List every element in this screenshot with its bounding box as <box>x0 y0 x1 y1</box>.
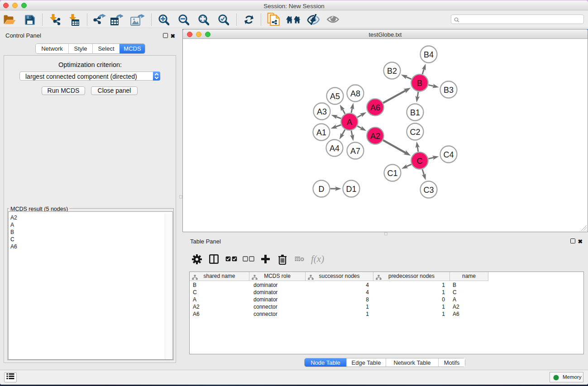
svg-text:B4: B4 <box>424 50 434 59</box>
svg-text:B: B <box>417 79 422 88</box>
svg-text:B1: B1 <box>410 108 420 117</box>
svg-text:C1: C1 <box>387 169 397 178</box>
svg-text:A: A <box>347 118 352 127</box>
svg-text:C3: C3 <box>423 186 434 195</box>
svg-text:A7: A7 <box>350 147 360 156</box>
svg-text:A5: A5 <box>330 92 340 101</box>
svg-text:D1: D1 <box>346 185 356 194</box>
svg-text:C: C <box>417 157 423 166</box>
svg-text:A1: A1 <box>316 128 326 137</box>
svg-text:A2: A2 <box>370 132 380 141</box>
svg-text:B3: B3 <box>444 86 454 95</box>
svg-text:B2: B2 <box>387 67 397 76</box>
svg-text:A3: A3 <box>317 107 327 116</box>
svg-text:C4: C4 <box>443 150 454 159</box>
svg-text:D: D <box>319 185 325 194</box>
svg-text:A6: A6 <box>370 103 380 112</box>
svg-text:C2: C2 <box>410 128 420 137</box>
svg-text:A4: A4 <box>330 144 339 153</box>
svg-text:A8: A8 <box>350 89 360 98</box>
